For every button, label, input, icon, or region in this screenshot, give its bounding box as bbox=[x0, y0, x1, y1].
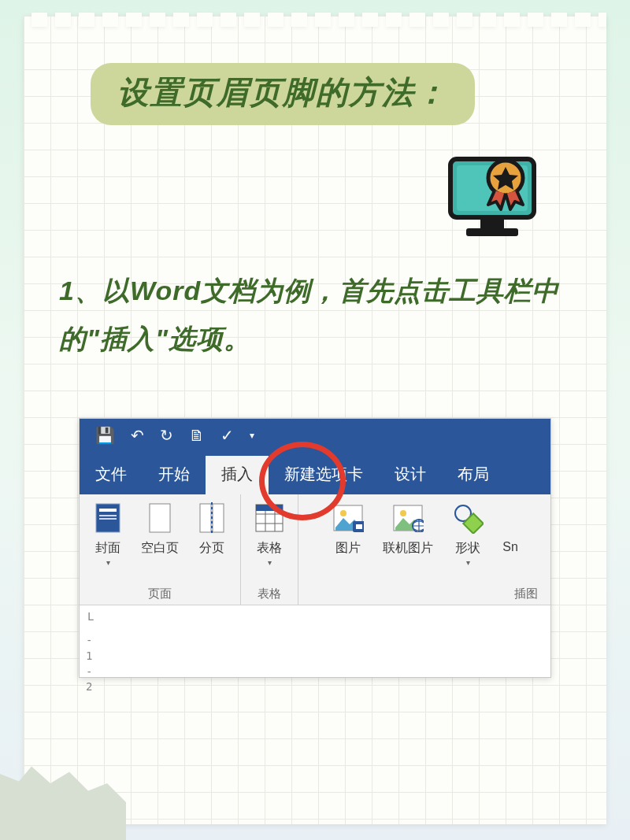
cover-page-icon bbox=[92, 501, 124, 535]
group-label-illustrations: 插图 bbox=[514, 582, 538, 601]
btn-smartart[interactable]: Sn bbox=[499, 501, 521, 582]
svg-rect-18 bbox=[256, 505, 283, 511]
qat-more[interactable]: ▾ bbox=[250, 430, 254, 441]
dropdown-icon: ▾ bbox=[268, 558, 272, 567]
note-paper: 设置页眉页脚的方法： 1、以Word文档为例，首先点击工具栏中的"插入"选项。 … bbox=[24, 16, 606, 824]
online-picture-icon bbox=[392, 501, 424, 535]
tab-newtab[interactable]: 新建选项卡 bbox=[269, 456, 379, 494]
qat-icon-2[interactable]: ✓ bbox=[220, 426, 234, 445]
svg-rect-2 bbox=[480, 217, 504, 228]
btn-page-break[interactable]: 分页 bbox=[191, 501, 232, 582]
page-break-icon bbox=[196, 501, 228, 535]
group-pages: 封面 ▾ 空白页 分页 bbox=[80, 494, 241, 605]
tab-home[interactable]: 开始 bbox=[143, 456, 206, 494]
group-label-pages: 页面 bbox=[148, 582, 172, 601]
btn-shapes[interactable]: 形状 ▾ bbox=[447, 501, 488, 582]
undo-icon[interactable]: ↶ bbox=[131, 426, 144, 445]
quick-access-toolbar: 💾 ↶ ↻ 🗎 ✓ ▾ bbox=[80, 419, 550, 452]
word-screenshot: 💾 ↶ ↻ 🗎 ✓ ▾ 文件 开始 插入 新建选项卡 设计 布局 bbox=[79, 418, 551, 678]
svg-rect-3 bbox=[466, 228, 518, 236]
group-tables: 表格 ▾ 表格 bbox=[241, 494, 298, 605]
blank-page-icon bbox=[144, 501, 176, 535]
btn-blank-page[interactable]: 空白页 bbox=[139, 501, 180, 582]
svg-rect-8 bbox=[99, 518, 117, 520]
btn-table[interactable]: 表格 ▾ bbox=[249, 501, 290, 582]
vertical-ruler: -1-2 bbox=[80, 630, 550, 677]
ribbon: 封面 ▾ 空白页 分页 bbox=[80, 494, 550, 605]
ribbon-tabs: 文件 开始 插入 新建选项卡 设计 布局 bbox=[80, 452, 550, 494]
word-screenshot-wrap: 💾 ↶ ↻ 🗎 ✓ ▾ 文件 开始 插入 新建选项卡 设计 布局 bbox=[59, 418, 571, 678]
group-illustrations: 图片 联机图片 形状 ▾ bbox=[298, 494, 550, 605]
table-icon bbox=[254, 501, 285, 535]
svg-rect-27 bbox=[463, 514, 483, 534]
group-label-tables: 表格 bbox=[258, 582, 281, 601]
tab-insert[interactable]: 插入 bbox=[206, 456, 269, 494]
tab-file[interactable]: 文件 bbox=[80, 456, 143, 494]
svg-point-20 bbox=[340, 510, 346, 516]
svg-rect-7 bbox=[99, 515, 117, 516]
save-icon[interactable]: 💾 bbox=[95, 426, 115, 445]
btn-picture[interactable]: 图片 bbox=[328, 501, 369, 582]
picture-icon bbox=[332, 501, 364, 535]
svg-rect-9 bbox=[150, 504, 170, 532]
smartart-icon bbox=[495, 501, 526, 535]
redo-icon[interactable]: ↻ bbox=[160, 426, 173, 445]
svg-rect-22 bbox=[356, 524, 362, 529]
step-1-text: 1、以Word文档为例，首先点击工具栏中的"插入"选项。 bbox=[59, 267, 571, 363]
btn-online-picture[interactable]: 联机图片 bbox=[380, 501, 436, 582]
btn-cover[interactable]: 封面 ▾ bbox=[87, 501, 128, 582]
computer-award-icon bbox=[441, 150, 543, 255]
svg-rect-10 bbox=[200, 504, 211, 532]
qat-icon-1[interactable]: 🗎 bbox=[189, 427, 205, 445]
svg-rect-6 bbox=[99, 509, 117, 512]
tab-design[interactable]: 设计 bbox=[379, 456, 442, 494]
svg-point-24 bbox=[400, 510, 406, 516]
shapes-icon bbox=[452, 501, 484, 535]
svg-rect-11 bbox=[213, 504, 224, 532]
dropdown-icon: ▾ bbox=[106, 558, 110, 567]
page-title: 设置页眉页脚的方法： bbox=[117, 75, 448, 109]
dropdown-icon: ▾ bbox=[466, 558, 470, 567]
horizontal-ruler: L bbox=[80, 605, 550, 630]
tab-layout[interactable]: 布局 bbox=[442, 456, 505, 494]
highlight-title: 设置页眉页脚的方法： bbox=[91, 63, 475, 125]
